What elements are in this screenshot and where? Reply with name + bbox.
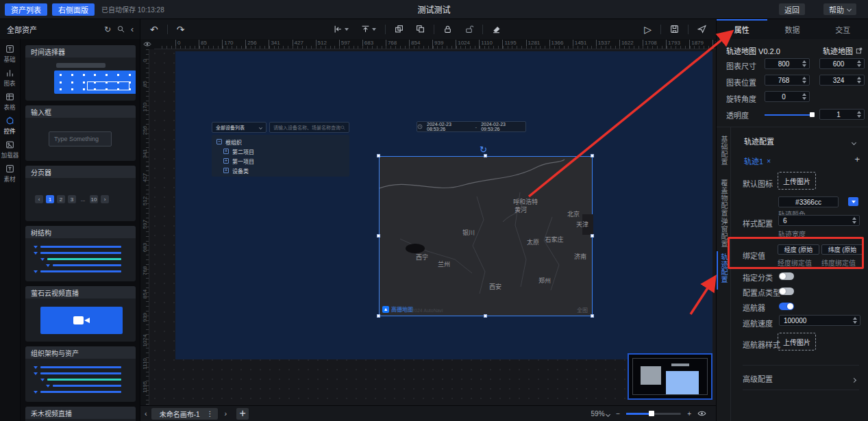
device-tree-list[interactable]: −根组织 +第二项目 +第一项目 +设备类: [212, 135, 349, 177]
help-button[interactable]: 帮助: [823, 3, 856, 15]
refresh-icon[interactable]: ↻: [104, 25, 111, 34]
asset-card-pagination[interactable]: 分页器 ‹ 1 2 3 ... 10 ›: [25, 166, 136, 221]
point-type-toggle[interactable]: [779, 288, 794, 295]
preview-play-icon[interactable]: ▷: [644, 25, 652, 34]
selection-handle[interactable]: [484, 154, 487, 157]
advanced-config-label[interactable]: 高级配置: [743, 373, 773, 384]
unlock-icon[interactable]: [464, 25, 473, 34]
rail-item-table[interactable]: 表格: [0, 92, 21, 112]
chart-height-stepper[interactable]: 600: [819, 58, 865, 69]
selection-handle[interactable]: [591, 154, 594, 157]
ruler-corner[interactable]: [140, 39, 154, 49]
stepper-arrows[interactable]: [853, 317, 857, 324]
track-color-input[interactable]: #3366cc: [778, 196, 839, 207]
publish-icon[interactable]: [697, 25, 706, 34]
color-picker-button[interactable]: [848, 197, 858, 206]
stepper-arrows[interactable]: [857, 111, 861, 118]
align-left-icon[interactable]: [334, 25, 349, 34]
eye-icon[interactable]: [697, 410, 706, 417]
opacity-stepper[interactable]: 1: [819, 109, 865, 120]
stepper-arrows[interactable]: [802, 60, 806, 67]
tab-data[interactable]: 数据: [767, 19, 818, 39]
asset-card-ezviz-video[interactable]: 萤石云视频直播: [25, 286, 136, 342]
vtab-basic-config[interactable]: 基础配置: [719, 136, 728, 166]
tab-interaction[interactable]: 交互: [817, 19, 868, 39]
stepper-arrows[interactable]: [802, 93, 806, 100]
minimap[interactable]: [628, 353, 712, 400]
selection-handle[interactable]: [377, 314, 380, 318]
back-button[interactable]: 返回: [779, 3, 805, 15]
rail-item-loader[interactable]: 加载器: [0, 140, 21, 160]
tree-toggle-icon[interactable]: +: [223, 158, 229, 164]
asset-card-tree[interactable]: 树结构: [25, 226, 136, 281]
rail-item-basic[interactable]: 基础: [0, 44, 21, 64]
tree-node[interactable]: +第二项目: [212, 146, 349, 156]
rail-item-controls[interactable]: 控件: [0, 116, 21, 136]
selection-handle[interactable]: [484, 314, 487, 318]
zoom-slider[interactable]: [626, 413, 681, 415]
tree-toggle-icon[interactable]: +: [223, 168, 229, 173]
asset-card-hemu-video[interactable]: 禾木视频直播: [25, 407, 136, 421]
chart-x-stepper[interactable]: 768: [765, 75, 810, 86]
track-tab[interactable]: 轨迹1 ×: [744, 155, 771, 166]
selection-handle[interactable]: [591, 234, 594, 238]
tree-node[interactable]: −根组织: [212, 137, 349, 146]
selection-handle[interactable]: [377, 234, 380, 238]
component-edit-link[interactable]: 轨迹地图: [823, 45, 863, 56]
section-collapse-icon[interactable]: [852, 138, 856, 146]
opacity-slider[interactable]: [765, 114, 813, 116]
cruiser-toggle[interactable]: [779, 303, 794, 310]
track-map-widget[interactable]: 呼和浩特黄河北京天津银川石家庄太原济南西宁兰州郑州西安 ▲ 高德地图 © 202…: [379, 156, 593, 316]
asset-card-input[interactable]: 输入框 Type Something: [25, 105, 136, 161]
stepper-arrows[interactable]: [852, 217, 856, 224]
advanced-expand-icon[interactable]: [852, 375, 856, 383]
selection-handle[interactable]: [377, 154, 380, 157]
chart-width-stepper[interactable]: 800: [765, 58, 810, 69]
stepper-arrows[interactable]: [802, 77, 806, 84]
redo-icon[interactable]: ↷: [177, 25, 185, 34]
opacity-slider-knob[interactable]: [810, 112, 815, 117]
tree-node[interactable]: +第一项目: [212, 156, 349, 166]
upload-image-button[interactable]: 上传图片: [778, 333, 816, 350]
asset-card-time-picker[interactable]: 时间选择器: [25, 45, 136, 101]
tree-node[interactable]: +设备类: [212, 166, 349, 175]
zoom-in-icon[interactable]: +: [687, 410, 691, 418]
tree-toggle-icon[interactable]: −: [216, 139, 222, 144]
export-icon[interactable]: [670, 25, 679, 34]
asset-card-org-assets[interactable]: 组织架构与资产: [25, 346, 136, 402]
next-canvas-icon[interactable]: ›: [225, 409, 227, 418]
vtab-popup-config[interactable]: 弹窗配置: [719, 218, 728, 248]
chart-y-stepper[interactable]: 324: [819, 75, 865, 86]
date-range-picker[interactable]: 2024-02-23 08:53:26 - 2024-02-23 09:53:2…: [417, 121, 526, 132]
vtab-overlay-config[interactable]: 覆盖物配置: [719, 179, 728, 217]
prev-canvas-icon[interactable]: ‹: [145, 409, 147, 418]
upload-image-button[interactable]: 上传图片: [778, 172, 816, 190]
search-icon[interactable]: [117, 25, 125, 33]
send-backward-icon[interactable]: [395, 25, 404, 34]
rotate-handle-icon[interactable]: ↻: [480, 144, 487, 155]
stepper-arrows[interactable]: [857, 77, 861, 84]
stepper-arrows[interactable]: [857, 60, 861, 67]
lock-icon[interactable]: [443, 25, 452, 34]
selection-handle[interactable]: [591, 314, 594, 318]
canvas-tree-widget[interactable]: 全部设备列表 请输入设备名称、场景名称查询 −根组织 +第二项目 +第一项目 +…: [212, 121, 349, 177]
kebab-menu-icon[interactable]: ⋮: [207, 410, 214, 418]
vtab-track-config[interactable]: 轨迹配置: [719, 253, 728, 283]
add-track-icon[interactable]: +: [854, 154, 860, 164]
cruise-speed-stepper[interactable]: 100000: [779, 315, 860, 326]
undo-icon[interactable]: ↶: [150, 25, 158, 34]
rail-item-material[interactable]: 素材: [0, 164, 21, 183]
zoom-level[interactable]: 59%: [591, 410, 610, 418]
zoom-out-icon[interactable]: −: [616, 410, 620, 418]
classify-toggle[interactable]: [779, 272, 794, 280]
tab-properties[interactable]: 属性: [717, 19, 767, 39]
device-search-input[interactable]: 请输入设备名称、场景名称查询: [269, 122, 349, 133]
rail-item-chart[interactable]: 图表: [0, 68, 21, 88]
add-canvas-button[interactable]: +: [236, 408, 249, 420]
collapse-panel-icon[interactable]: ‹: [131, 25, 134, 34]
tree-toggle-icon[interactable]: +: [223, 149, 229, 154]
align-top-icon[interactable]: [361, 25, 376, 34]
eraser-icon[interactable]: [492, 25, 501, 34]
bring-forward-icon[interactable]: [416, 25, 425, 34]
rotate-stepper[interactable]: 0: [765, 91, 810, 102]
